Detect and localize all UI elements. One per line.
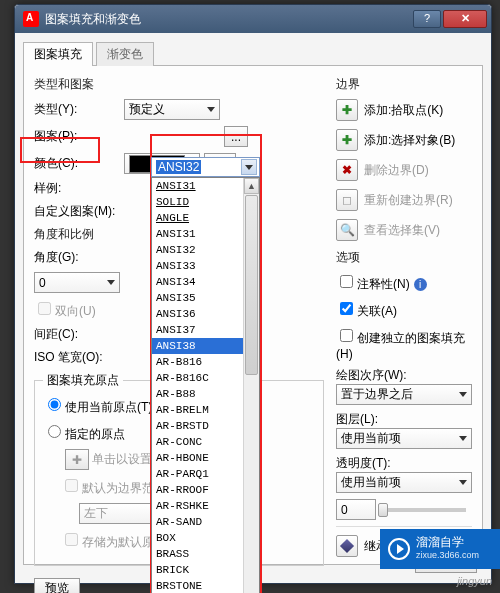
heading-boundary: 边界 bbox=[336, 76, 472, 93]
radio-use-current-input[interactable] bbox=[48, 398, 61, 411]
transparency-value-box[interactable]: 0 bbox=[336, 499, 376, 520]
label-color: 颜色(C): bbox=[34, 155, 124, 172]
radio-specified[interactable]: 指定的原点 bbox=[43, 422, 125, 443]
scrollbar[interactable]: ▲ ▼ bbox=[243, 178, 259, 593]
combo-angle[interactable]: 0 bbox=[34, 272, 120, 293]
remove-boundary-button: ✖ bbox=[336, 159, 358, 181]
recreate-boundary-button: ◻ bbox=[336, 189, 358, 211]
add-pickpoint-button[interactable]: ✚ bbox=[336, 99, 358, 121]
view-selection-button: 🔍 bbox=[336, 219, 358, 241]
label-recreate: 重新创建边界(R) bbox=[364, 192, 453, 209]
radio-specified-input[interactable] bbox=[48, 425, 61, 438]
check-assoc[interactable]: 关联(A) bbox=[336, 299, 397, 320]
window-title: 图案填充和渐变色 bbox=[45, 11, 411, 28]
app-icon bbox=[23, 11, 39, 27]
dialog-body: 图案填充 渐变色 类型和图案 类型(Y): 预定义 图案(P): ... bbox=[15, 33, 491, 583]
chevron-down-icon bbox=[459, 436, 467, 441]
label-custom-pattern: 自定义图案(M): bbox=[34, 203, 124, 220]
dropdown-arrow-button[interactable] bbox=[241, 159, 257, 175]
watermark-text: jingyun bbox=[457, 575, 492, 587]
chevron-down-icon bbox=[207, 107, 215, 112]
preview-button[interactable]: 预览 bbox=[34, 578, 80, 593]
label-view-sel: 查看选择集(V) bbox=[364, 222, 440, 239]
check-assoc-box[interactable] bbox=[340, 302, 353, 315]
chevron-down-icon bbox=[107, 280, 115, 285]
pattern-dropdown: ANSI32 ▲ ▼ ANSI31SOLIDANGLEANSI31ANSI32A… bbox=[151, 157, 260, 593]
heading-options: 选项 bbox=[336, 249, 472, 266]
tab-gradient[interactable]: 渐变色 bbox=[96, 42, 154, 66]
label-iso-pen: ISO 笔宽(O): bbox=[34, 349, 124, 366]
scroll-up-button[interactable]: ▲ bbox=[244, 178, 259, 194]
label-pattern: 图案(P): bbox=[34, 128, 124, 145]
inherit-button[interactable] bbox=[336, 535, 358, 557]
transparency-slider[interactable] bbox=[382, 508, 466, 512]
select-draw-order[interactable]: 置于边界之后 bbox=[336, 384, 472, 405]
chevron-down-icon bbox=[459, 480, 467, 485]
x-icon: ✖ bbox=[342, 163, 352, 177]
label-angle: 角度(G): bbox=[34, 249, 124, 266]
pattern-browse-button[interactable]: ... bbox=[224, 126, 248, 147]
pattern-dropdown-field[interactable]: ANSI32 bbox=[151, 157, 260, 177]
check-annotative-box[interactable] bbox=[340, 275, 353, 288]
select-layer[interactable]: 使用当前项 bbox=[336, 428, 472, 449]
label-draw-order: 绘图次序(W): bbox=[336, 367, 472, 384]
plus-icon: ✚ bbox=[342, 103, 352, 117]
label-add-pick: 添加:拾取点(K) bbox=[364, 102, 443, 119]
label-type: 类型(Y): bbox=[34, 101, 124, 118]
check-annotative[interactable]: 注释性(N)i bbox=[336, 272, 427, 293]
select-transparency[interactable]: 使用当前项 bbox=[336, 472, 472, 493]
help-button[interactable]: ? bbox=[413, 10, 441, 28]
eyedropper-icon bbox=[340, 539, 354, 553]
label-spacing: 间距(C): bbox=[34, 326, 124, 343]
label-remove: 删除边界(D) bbox=[364, 162, 429, 179]
tab-hatch[interactable]: 图案填充 bbox=[23, 42, 93, 66]
chevron-down-icon bbox=[459, 392, 467, 397]
chevron-down-icon bbox=[245, 165, 253, 170]
label-layer: 图层(L): bbox=[336, 411, 472, 428]
close-button[interactable]: ✕ bbox=[443, 10, 487, 28]
label-add-select: 添加:选择对象(B) bbox=[364, 132, 455, 149]
slider-thumb[interactable] bbox=[378, 503, 388, 517]
check-independent-box[interactable] bbox=[340, 329, 353, 342]
check-double[interactable]: 双向(U) bbox=[34, 299, 96, 320]
check-double-box[interactable] bbox=[38, 302, 51, 315]
scroll-thumb[interactable] bbox=[245, 195, 258, 375]
pattern-dropdown-list[interactable]: ▲ ▼ ANSI31SOLIDANGLEANSI31ANSI32ANSI33AN… bbox=[151, 177, 260, 593]
badge-name: 溜溜自学 bbox=[416, 536, 479, 549]
radio-use-current[interactable]: 使用当前原点(T) bbox=[43, 395, 152, 416]
label-sample: 样例: bbox=[34, 180, 124, 197]
watermark-badge: 溜溜自学 zixue.3d66.com bbox=[380, 529, 500, 569]
info-icon: i bbox=[414, 278, 427, 291]
heading-origin: 图案填充原点 bbox=[43, 372, 123, 389]
play-icon bbox=[388, 538, 410, 560]
tabstrip: 图案填充 渐变色 bbox=[23, 41, 483, 65]
origin-pick-button: ✚ bbox=[65, 449, 89, 470]
add-select-button[interactable]: ✚ bbox=[336, 129, 358, 151]
label-transparency: 透明度(T): bbox=[336, 455, 472, 472]
titlebar[interactable]: 图案填充和渐变色 ? ✕ bbox=[15, 5, 491, 33]
check-independent[interactable]: 创建独立的图案填充(H) bbox=[336, 326, 472, 361]
combo-angle-value: 0 bbox=[39, 276, 46, 290]
select-type[interactable]: 预定义 bbox=[124, 99, 220, 120]
select-type-value: 预定义 bbox=[129, 101, 165, 118]
pattern-selected-value: ANSI32 bbox=[156, 160, 201, 174]
dialog-window: 图案填充和渐变色 ? ✕ 图案填充 渐变色 类型和图案 类型(Y): 预定义 图… bbox=[14, 4, 492, 584]
right-column: 边界 ✚添加:拾取点(K) ✚添加:选择对象(B) ✖删除边界(D) ◻重新创建… bbox=[324, 74, 472, 556]
heading-type-pattern: 类型和图案 bbox=[34, 76, 324, 93]
plus-icon: ✚ bbox=[342, 133, 352, 147]
badge-url: zixue.3d66.com bbox=[416, 549, 479, 562]
